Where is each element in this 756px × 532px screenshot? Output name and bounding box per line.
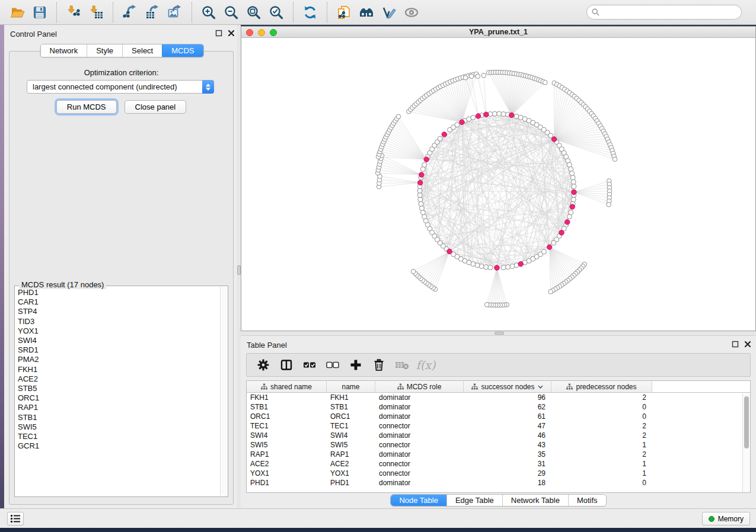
optimization-criterion-dropdown[interactable]: largest connected component (undirected)	[27, 80, 214, 94]
window-minimize-icon[interactable]	[258, 29, 265, 36]
tab-network[interactable]: Network	[40, 44, 87, 57]
select-all-button[interactable]	[300, 356, 319, 374]
mcds-result-node[interactable]: FKH1	[18, 365, 219, 374]
table-row[interactable]: TEC1TEC1connector472	[247, 421, 750, 431]
table-row[interactable]: SWI5SWI5connector431	[247, 440, 750, 450]
column-header-successor-nodes[interactable]: successor nodes	[464, 381, 551, 392]
mcds-result-node[interactable]: SWI4	[18, 336, 219, 345]
table-cell: 2	[551, 421, 652, 431]
table-row[interactable]: ORC1ORC1dominator610	[247, 412, 750, 421]
network-canvas[interactable]	[241, 38, 755, 331]
mcds-result-node[interactable]: ACE2	[18, 374, 219, 384]
table-cell: dominator	[375, 478, 464, 488]
tab-select[interactable]: Select	[122, 44, 162, 57]
search-network-button[interactable]	[356, 3, 377, 22]
close-table-panel-icon[interactable]	[744, 341, 751, 348]
refresh-layout-button[interactable]	[300, 3, 320, 22]
toolbar-separator	[113, 2, 113, 23]
table-row[interactable]: YOX1YOX1connector291	[247, 469, 750, 478]
import-network-button[interactable]	[63, 3, 84, 22]
mcds-result-node[interactable]: TEC1	[18, 432, 219, 441]
export-network-button[interactable]	[120, 3, 140, 22]
tab-motifs[interactable]: Motifs	[568, 495, 606, 506]
search-input[interactable]	[599, 8, 736, 17]
import-table-icon	[88, 5, 104, 20]
mcds-result-node[interactable]: YOX1	[18, 326, 219, 336]
table-row[interactable]: FKH1FKH1dominator962	[247, 393, 750, 402]
zoom-fit-icon	[246, 5, 261, 20]
import-table-button[interactable]	[86, 3, 106, 22]
table-scrollbar-thumb[interactable]	[744, 396, 749, 448]
float-table-panel-icon[interactable]	[732, 341, 739, 348]
zoom-out-button[interactable]	[221, 3, 241, 22]
column-header-shared-name[interactable]: shared name	[247, 381, 327, 392]
save-session-button[interactable]	[30, 3, 50, 22]
clone-network-button[interactable]	[334, 3, 354, 22]
mcds-result-node[interactable]: GCR1	[18, 441, 219, 451]
window-maximize-icon[interactable]	[270, 29, 277, 36]
tab-style[interactable]: Style	[87, 44, 122, 57]
mcds-result-node[interactable]: ORC1	[18, 393, 219, 403]
close-panel-icon[interactable]	[228, 30, 235, 37]
horizontal-splitter-grip[interactable]	[495, 332, 504, 335]
table-row[interactable]: SWI4SWI4dominator462	[247, 431, 750, 440]
network-window-titlebar[interactable]: YPA_prune.txt_1	[241, 27, 755, 38]
mcds-result-node[interactable]: SRD1	[18, 345, 219, 355]
zoom-selected-button[interactable]	[266, 3, 286, 22]
mcds-result-node[interactable]: PMA2	[18, 355, 219, 364]
table-cell: connector	[375, 459, 464, 469]
settings-gear-button[interactable]	[254, 356, 273, 374]
table-cell: connector	[375, 440, 464, 450]
apply-style-button[interactable]	[379, 3, 399, 22]
table-row[interactable]: RAP1RAP1dominator352	[247, 450, 750, 459]
mcds-result-node[interactable]: STP4	[18, 307, 219, 316]
toolbar-separator	[293, 2, 294, 23]
tab-edge-table[interactable]: Edge Table	[446, 495, 502, 506]
mcds-result-node[interactable]: STB1	[18, 413, 219, 422]
show-hide-icon	[404, 5, 419, 20]
table-cell: ORC1	[327, 412, 375, 421]
memory-button[interactable]: Memory	[702, 512, 750, 525]
zoom-in-button[interactable]	[199, 3, 219, 22]
run-mcds-button[interactable]: Run MCDS	[56, 100, 117, 114]
column-header-name[interactable]: name	[327, 381, 375, 392]
tab-node-table[interactable]: Node Table	[391, 495, 446, 506]
add-column-button[interactable]	[346, 356, 365, 374]
table-cell: dominator	[375, 393, 464, 402]
mcds-result-node[interactable]: SWI5	[18, 422, 219, 432]
export-table-button[interactable]	[142, 3, 162, 22]
search-box[interactable]	[586, 5, 742, 20]
mcds-result-scrollbar[interactable]	[220, 287, 227, 496]
window-close-icon[interactable]	[246, 29, 253, 36]
table-cell-empty	[652, 450, 750, 459]
deselect-all-button[interactable]	[323, 356, 342, 374]
table-scrollbar[interactable]	[742, 393, 750, 492]
column-header-MCDS-role[interactable]: MCDS role	[375, 381, 464, 392]
mcds-result-node[interactable]: TID3	[18, 317, 219, 326]
table-panel-title: Table Panel	[247, 341, 287, 350]
column-layout-button[interactable]	[277, 356, 296, 374]
table-cell: STB1	[247, 402, 327, 412]
zoom-fit-button[interactable]	[244, 3, 264, 22]
close-panel-button[interactable]: Close panel	[125, 100, 187, 114]
table-cell: YOX1	[327, 469, 375, 478]
tab-network-table[interactable]: Network Table	[502, 495, 568, 506]
network-window-title: YPA_prune.txt_1	[469, 28, 528, 36]
open-file-button[interactable]	[7, 3, 27, 22]
column-header-predecessor-nodes[interactable]: predecessor nodes	[551, 381, 652, 392]
table-row[interactable]: PHD1PHD1dominator180	[247, 478, 750, 488]
mcds-result-node[interactable]: RAP1	[18, 403, 219, 412]
float-panel-icon[interactable]	[215, 30, 222, 37]
tab-mcds[interactable]: MCDS	[162, 44, 203, 57]
table-row[interactable]: STB1STB1dominator620	[247, 402, 750, 412]
horizontal-splitter[interactable]	[241, 331, 756, 335]
mcds-result-node[interactable]: STB5	[18, 384, 219, 393]
table-cell: 61	[464, 412, 551, 421]
delete-column-button[interactable]	[369, 356, 388, 374]
mcds-result-node[interactable]: PHD1	[18, 288, 219, 297]
show-hide-button[interactable]	[401, 3, 422, 22]
task-history-button[interactable]	[7, 512, 24, 525]
mcds-result-node[interactable]: CAR1	[18, 297, 219, 307]
export-image-button[interactable]	[165, 3, 185, 22]
table-row[interactable]: ACE2ACE2connector311	[247, 459, 750, 469]
